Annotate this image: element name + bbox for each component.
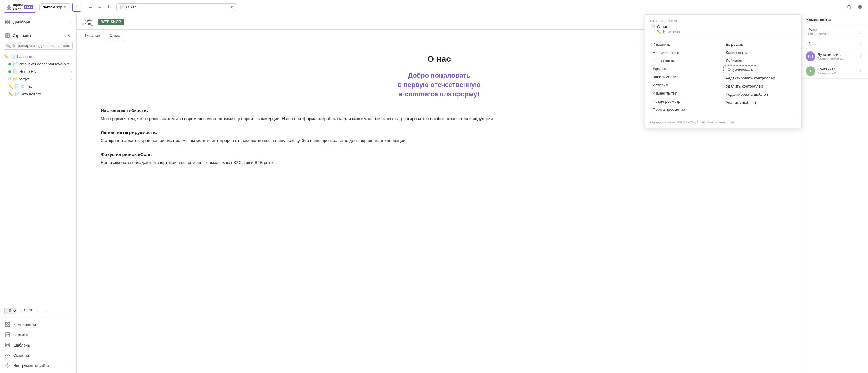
shablony-icon — [5, 342, 10, 348]
skripts-icon — [5, 352, 10, 358]
cms-label: CMS — [24, 5, 33, 9]
cm-item-novaya-papka[interactable]: Новая папка — [650, 57, 723, 65]
cm-item-pred-prosmotr[interactable]: Пред-просмотр — [650, 97, 723, 105]
tree-label-cms: cms-level-descriptor.level.xml — [19, 62, 72, 66]
cm-item-udalit-controller[interactable]: Удалить контроллер — [723, 82, 797, 90]
tree-item-cms-level[interactable]: 📄 cms-level-descriptor.level.xml — [0, 60, 76, 68]
cm-item-kopirovat[interactable]: Копировать — [723, 48, 797, 57]
logo-area[interactable]: digitalchief_ CMS — [4, 1, 36, 12]
svg-rect-6 — [858, 5, 860, 7]
right-panel-item-3[interactable]: ЛП Лучшие пре... /component/bes... ⋮ — [802, 49, 868, 64]
filter-input[interactable] — [4, 42, 73, 50]
tree-label-target: target — [19, 77, 69, 81]
page-size-select[interactable]: 10 20 50 — [4, 308, 18, 314]
forward-button[interactable]: → — [96, 3, 104, 11]
right-panel-item-2[interactable]: at/att... ⋮ — [802, 38, 868, 49]
more-icon-1[interactable]: ⋮ — [857, 29, 864, 35]
page-icon: 📄 — [120, 5, 124, 9]
tree-item-chto-novogo[interactable]: ✏️ 📄 Что нового — [0, 90, 76, 98]
url-bar[interactable]: 📄 О нас ▼ — [116, 3, 237, 11]
back-button[interactable]: ← — [86, 3, 95, 11]
url-dropdown-icon[interactable]: ▼ — [230, 5, 234, 9]
sidebar-item-skripts[interactable]: Скрипты — [0, 350, 76, 360]
cm-left-col: Изменить Новый контент Новая папка Удали… — [650, 40, 723, 113]
cm-item-forma-prosmora[interactable]: Форма просмотра — [650, 105, 723, 113]
pages-label: Страницы — [13, 33, 65, 38]
svg-rect-25 — [8, 345, 10, 347]
cm-divider — [650, 116, 797, 117]
right-panel-item-4[interactable]: К Контейнер /component/co... ⋮ — [802, 64, 868, 78]
svg-rect-10 — [5, 20, 7, 22]
right-panel: Компоненты at/Note /component/ba... ⋮ at… — [802, 14, 868, 373]
sidebar-item-dashboard[interactable]: Дашборд › — [0, 17, 76, 27]
svg-rect-2 — [7, 7, 9, 9]
cm-item-vyrezat[interactable]: Вырезать — [723, 40, 797, 48]
grid-icon[interactable] — [856, 3, 864, 11]
page-icon-home: 📄 — [13, 69, 18, 74]
cm-item-opublikovat[interactable]: Опубликовать — [723, 65, 757, 73]
section-text-2: С открытой архитектурой нашей платформы … — [101, 137, 778, 144]
more-icon-4[interactable]: ⋮ — [857, 68, 864, 74]
tree-item-o-nas[interactable]: ✏️ 📄 О нас — [0, 83, 76, 90]
sidebar-item-shablony[interactable]: Шаблоны — [0, 340, 76, 350]
pages-header[interactable]: Страницы ↻ — [0, 31, 76, 40]
cm-header-title: Страница сайта — [650, 19, 797, 23]
page-icon-cms: 📄 — [13, 62, 18, 66]
tree-item-target[interactable]: 📁 target › — [0, 75, 76, 83]
logo-text: digitalchief_ — [13, 3, 23, 11]
cm-item-izmenit-tip[interactable]: Изменить тип — [650, 89, 723, 97]
add-button[interactable]: + — [72, 3, 82, 12]
right-panel-item-1[interactable]: at/Note /component/ba... ⋮ — [802, 25, 868, 38]
tab-o-nas[interactable]: О нас — [104, 30, 125, 41]
search-icon[interactable] — [845, 3, 854, 11]
pages-refresh-icon[interactable]: ↻ — [68, 33, 71, 38]
cm-item-zavisimosti[interactable]: Зависимости — [650, 73, 723, 81]
sidebar: Дашборд › Страницы ↻ 🔍 ✏ — [0, 14, 76, 373]
sidebar-item-statika[interactable]: Статика — [0, 330, 76, 340]
logo-icon — [6, 4, 12, 10]
more-icon-2[interactable]: ⋮ — [857, 41, 864, 46]
page-info: 1–5 of 5 — [19, 309, 32, 313]
cm-item-udalit[interactable]: Удалить — [650, 65, 723, 73]
next-page-button[interactable]: › — [42, 308, 49, 314]
cm-item-noviy-kontent[interactable]: Новый контент — [650, 48, 723, 57]
cm-item-redaktirovat-controller[interactable]: Редактировать контроллер — [723, 74, 797, 82]
cm-item-udalit-shablon[interactable]: Удалить шаблон — [723, 98, 797, 107]
cm-item-redaktirovat-shablon[interactable]: Редактировать шаблон — [723, 90, 797, 98]
sidebar-item-instruments[interactable]: Инструменты сайта › — [0, 360, 76, 371]
edit-icon: ✏️ — [4, 55, 9, 59]
cm-page-name-item: 📄 О нас — [650, 24, 797, 29]
svg-rect-0 — [7, 5, 9, 7]
edit-icon-o-nas: ✏️ — [8, 84, 13, 89]
tree-item-glavnaya[interactable]: ✏️ 📄 Главная — [0, 53, 76, 60]
cm-item-izmenit[interactable]: Изменить — [650, 40, 723, 48]
edit-icon-chto: ✏️ — [8, 92, 13, 96]
tree-item-home-en[interactable]: 📄 Home EN › — [0, 68, 76, 75]
tree-label-home-en: Home EN — [19, 69, 69, 74]
components-icon — [5, 322, 10, 327]
demo-shop-button[interactable]: demo-shop ▼ — [39, 3, 70, 11]
cm-status-item: ✏️ Изменено — [657, 30, 797, 34]
tab-glavnaya[interactable]: Главная — [80, 30, 104, 41]
pages-icon — [5, 33, 10, 38]
cm-item-istoriya[interactable]: История — [650, 81, 723, 89]
refresh-button[interactable]: ↻ — [105, 3, 114, 11]
instruments-icon — [5, 363, 10, 368]
pages-section: Страницы ↻ 🔍 — [0, 30, 76, 53]
svg-rect-9 — [861, 7, 862, 9]
context-menu: Страница сайта 📄 О нас ✏️ Изменено Измен… — [645, 14, 802, 128]
section-title-2: Легкая интегрируемость: — [101, 130, 778, 135]
page-icon-glavnaya: 📄 — [10, 54, 16, 59]
sidebar-item-components[interactable]: Компоненты — [0, 319, 76, 330]
svg-rect-22 — [5, 333, 10, 337]
svg-rect-11 — [8, 20, 10, 22]
svg-rect-18 — [5, 323, 7, 324]
filter-input-wrap: 🔍 — [0, 40, 76, 52]
components-label: Компоненты — [13, 323, 71, 327]
cm-footer: Отредактировано 06.03.2024, 13:26. Кем: … — [645, 118, 801, 124]
section-text-3: Наши эксперты обладают экспертизой в сов… — [101, 159, 778, 167]
prev-page-button[interactable]: ‹ — [34, 308, 41, 314]
dashboard-chevron-icon: › — [70, 20, 71, 24]
more-icon-3[interactable]: ⋮ — [857, 54, 864, 59]
cm-item-dublikat[interactable]: Дубликат — [723, 57, 797, 65]
